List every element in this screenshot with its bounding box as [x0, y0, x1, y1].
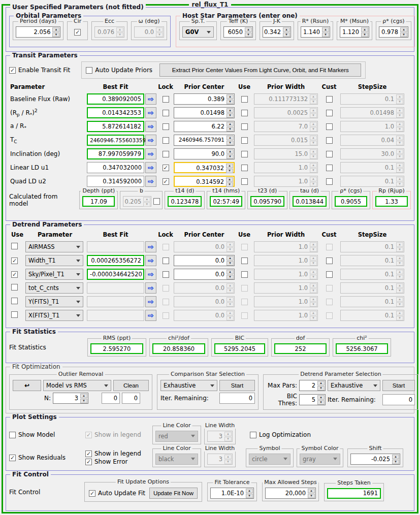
- spinner-buttons-icon[interactable]: [392, 454, 400, 464]
- prior-width-field[interactable]: 1.0: [254, 176, 318, 187]
- log-optimization-checkbox[interactable]: [250, 432, 256, 438]
- spinner-buttons-icon[interactable]: [226, 94, 234, 104]
- lock-checkbox[interactable]: [163, 137, 169, 144]
- detrend-param-select[interactable]: Width_T1: [25, 255, 83, 266]
- spinner-buttons-icon[interactable]: [226, 135, 234, 145]
- stepsize-field[interactable]: 0.1: [340, 296, 404, 307]
- show-model-checkbox[interactable]: [9, 432, 16, 438]
- residuals-legend-checkbox[interactable]: [85, 450, 92, 457]
- spinner-buttons-icon[interactable]: [224, 454, 232, 464]
- spinner-buttons-icon[interactable]: [309, 255, 317, 266]
- spinner-buttons-icon[interactable]: [309, 242, 317, 252]
- prior-width-field[interactable]: 1.0: [254, 162, 318, 173]
- custom-step-checkbox[interactable]: [326, 258, 333, 264]
- stepsize-field[interactable]: 0.1: [340, 176, 404, 187]
- spinner-buttons-icon[interactable]: [396, 94, 404, 104]
- spinner-buttons-icon[interactable]: [396, 310, 404, 320]
- prior-center-field[interactable]: 0.0: [174, 269, 235, 280]
- spinner-buttons-icon[interactable]: [226, 242, 234, 252]
- prior-width-field[interactable]: 1.0: [254, 255, 318, 266]
- symbol-color-select[interactable]: gray: [300, 454, 340, 465]
- auto-update-fit-checkbox[interactable]: [89, 490, 95, 497]
- spinner-buttons-icon[interactable]: [80, 393, 88, 403]
- detrend-param-select[interactable]: tot_C_cnts: [25, 282, 83, 294]
- copy-best-to-prior-button[interactable]: ⇨: [145, 162, 156, 173]
- spinner-buttons-icon[interactable]: [309, 163, 317, 173]
- omega-field[interactable]: 0.0: [134, 26, 164, 38]
- spinner-buttons-icon[interactable]: [396, 269, 404, 279]
- spinner-buttons-icon[interactable]: [226, 283, 234, 293]
- custom-step-checkbox[interactable]: [326, 123, 333, 130]
- spinner-buttons-icon[interactable]: [226, 297, 234, 307]
- prior-center-field[interactable]: 0.0: [174, 241, 235, 252]
- prior-center-field[interactable]: 6.22: [174, 121, 235, 132]
- undo-button[interactable]: ↩: [13, 380, 41, 391]
- prior-center-field[interactable]: 0.347032: [174, 162, 235, 173]
- spinner-buttons-icon[interactable]: [309, 108, 317, 118]
- spinner-buttons-icon[interactable]: [309, 176, 317, 186]
- max-steps-field[interactable]: 20,000: [265, 488, 316, 499]
- custom-step-checkbox[interactable]: [326, 271, 333, 278]
- lock-checkbox[interactable]: [163, 123, 169, 130]
- custom-step-checkbox[interactable]: [326, 151, 333, 157]
- show-model[interactable]: Show Model: [9, 431, 85, 438]
- spinner-buttons-icon[interactable]: [396, 255, 404, 266]
- custom-step-checkbox[interactable]: [326, 110, 333, 116]
- stepsize-field[interactable]: 30.0: [340, 148, 404, 159]
- lock-checkbox[interactable]: [163, 165, 169, 171]
- detrend-param-select[interactable]: Sky/Pixel_T1: [25, 269, 83, 280]
- prior-center-field[interactable]: 0.389: [174, 93, 235, 105]
- residuals-line-width-field[interactable]: 3: [207, 454, 233, 465]
- comparison-start-button[interactable]: Start: [219, 380, 255, 391]
- copy-best-to-prior-button[interactable]: ⇨: [145, 269, 156, 280]
- use-prior-checkbox[interactable]: [241, 271, 248, 278]
- use-prior-checkbox[interactable]: [241, 178, 248, 185]
- spinner-buttons-icon[interactable]: [143, 197, 151, 206]
- auto-update-fit[interactable]: Auto Update Fit: [89, 490, 145, 497]
- prior-center-field[interactable]: 0.0: [174, 255, 235, 266]
- max-pars-field[interactable]: 2: [299, 380, 326, 391]
- spinner-buttons-icon[interactable]: [245, 488, 253, 498]
- circular-orbit-checkbox[interactable]: [74, 29, 81, 36]
- outlier-mode-select[interactable]: Model vs RMS: [43, 380, 111, 391]
- spinner-buttons-icon[interactable]: [396, 163, 404, 173]
- use-detrend-checkbox[interactable]: [11, 284, 18, 291]
- eccentricity-field[interactable]: 0.076: [94, 26, 124, 38]
- spinner-buttons-icon[interactable]: [396, 121, 404, 132]
- detrend-param-select[interactable]: AIRMASS: [25, 241, 83, 252]
- prior-width-field[interactable]: 1.0: [254, 310, 318, 321]
- spinner-buttons-icon[interactable]: [52, 27, 60, 37]
- prior-width-field[interactable]: 0.015: [254, 135, 318, 146]
- detrend-mode-select[interactable]: Exhaustive: [328, 380, 380, 391]
- stepsize-field[interactable]: 0.1: [340, 282, 404, 294]
- detrend-param-select[interactable]: X(FITS)_T1: [25, 310, 83, 321]
- spinner-buttons-icon[interactable]: [244, 27, 252, 37]
- teff-field[interactable]: 6050: [223, 26, 253, 38]
- spinner-buttons-icon[interactable]: [396, 176, 404, 186]
- use-detrend-checkbox[interactable]: [11, 298, 18, 304]
- spinner-buttons-icon[interactable]: [396, 135, 404, 145]
- use-detrend-checkbox[interactable]: [11, 311, 18, 318]
- copy-best-to-prior-button[interactable]: ⇨: [145, 107, 156, 118]
- spinner-buttons-icon[interactable]: [226, 255, 234, 266]
- model-line-color-select[interactable]: red: [155, 431, 198, 442]
- custom-step-checkbox[interactable]: [326, 165, 333, 171]
- extract-priors-button[interactable]: Extract Prior Center Values From Light C…: [159, 63, 361, 77]
- prior-center-field[interactable]: 90.0: [174, 148, 235, 159]
- bic-thres-field[interactable]: 5: [299, 394, 326, 405]
- spinner-buttons-icon[interactable]: [361, 27, 369, 37]
- spinner-buttons-icon[interactable]: [155, 27, 164, 37]
- show-error-checkbox[interactable]: [85, 459, 92, 465]
- spinner-buttons-icon[interactable]: [396, 149, 404, 159]
- spinner-buttons-icon[interactable]: [309, 310, 317, 320]
- spinner-buttons-icon[interactable]: [116, 27, 124, 37]
- spinner-buttons-icon[interactable]: [396, 297, 404, 307]
- stepsize-field[interactable]: 0.01498: [340, 107, 404, 118]
- use-prior-checkbox[interactable]: [241, 137, 248, 144]
- n-field[interactable]: 3: [53, 393, 88, 404]
- use-detrend-checkbox[interactable]: [11, 271, 18, 278]
- use-prior-checkbox[interactable]: [241, 110, 248, 116]
- rstar-field[interactable]: 1.140: [301, 26, 330, 38]
- stepsize-field[interactable]: 0.1: [340, 241, 404, 252]
- show-residuals-checkbox[interactable]: [9, 455, 16, 461]
